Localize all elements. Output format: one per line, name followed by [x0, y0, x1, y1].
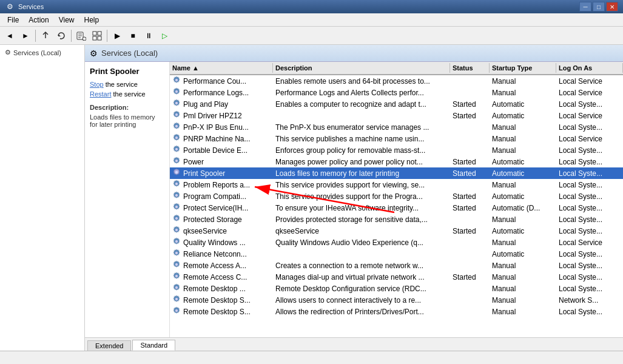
menu-action[interactable]: Action: [24, 15, 53, 25]
menu-view[interactable]: View: [54, 15, 79, 25]
table-row[interactable]: Remote Desktop S... Allows the redirecti…: [170, 306, 623, 317]
table-row[interactable]: Portable Device E... Enforces group poli…: [170, 144, 623, 156]
service-description: [273, 115, 450, 116]
menu-help[interactable]: Help: [79, 15, 104, 25]
menu-bar: File Action View Help: [0, 13, 623, 27]
service-name: Remote Access C...: [170, 271, 273, 283]
service-startup-type: Manual: [490, 215, 556, 224]
service-name: Performance Cou...: [170, 75, 273, 87]
restart-link[interactable]: Restart: [90, 90, 111, 98]
col-header-status[interactable]: Status: [450, 63, 490, 73]
table-row[interactable]: PNRP Machine Na... This service publishe…: [170, 133, 623, 144]
table-row[interactable]: PnP-X IP Bus Enu... The PnP-X bus enumer…: [170, 121, 623, 133]
up-button[interactable]: [38, 29, 53, 43]
col-header-startup[interactable]: Startup Type: [490, 63, 556, 73]
service-description: Creates a connection to a remote network…: [273, 261, 450, 271]
service-status: Started: [450, 169, 490, 178]
table-row[interactable]: Protected Storage Provides protected sto…: [170, 214, 623, 225]
service-status: Started: [450, 111, 490, 121]
table-row[interactable]: Protect Service(IH... To ensure your IHe…: [170, 202, 623, 214]
restart-service-action: Restart the service: [90, 90, 164, 98]
service-icon: [172, 133, 181, 144]
properties-button[interactable]: i: [74, 29, 89, 43]
svg-point-14: [175, 90, 178, 93]
table-row[interactable]: Print Spooler Loads files to memory for …: [170, 167, 623, 179]
close-button[interactable]: ✕: [606, 2, 618, 12]
table-row[interactable]: qkseeService qkseeService Started Automa…: [170, 225, 623, 237]
service-icon: [172, 87, 181, 98]
svg-point-38: [175, 229, 178, 231]
table-row[interactable]: Reliance Netconn... Automatic Local Syst…: [170, 248, 623, 260]
service-description: Performance Logs and Alerts Collects per…: [273, 88, 450, 98]
table-row[interactable]: Performance Cou... Enables remote users …: [170, 75, 623, 87]
table-row[interactable]: Remote Desktop S... Allows users to conn…: [170, 294, 623, 306]
svg-point-44: [175, 263, 178, 266]
restart-text: the service: [111, 90, 145, 98]
stop-text: the service: [104, 81, 138, 88]
col-header-name[interactable]: Name ▲: [170, 63, 273, 73]
expand-button[interactable]: [90, 29, 104, 43]
start-service-button[interactable]: ▶: [110, 29, 124, 43]
service-description: Provides protected storage for sensitive…: [273, 215, 450, 224]
table-row[interactable]: Power Manages power policy and power pol…: [170, 156, 623, 167]
table-row[interactable]: Pml Driver HPZ12 Started Automatic Local…: [170, 110, 623, 121]
minimize-button[interactable]: ─: [579, 2, 591, 12]
back-button[interactable]: ◄: [2, 29, 17, 43]
service-name: Print Spooler: [170, 167, 273, 179]
service-description: Manages power policy and power policy no…: [273, 157, 450, 167]
service-logon-as: Local Service: [556, 88, 623, 98]
service-logon-as: Local Syste...: [556, 215, 623, 224]
service-logon-as: Local Syste...: [556, 261, 623, 271]
stop-link[interactable]: Stop: [90, 81, 104, 88]
service-logon-as: Local Syste...: [556, 146, 623, 155]
service-status: Started: [450, 272, 490, 282]
table-row[interactable]: Problem Reports a... This service provid…: [170, 179, 623, 190]
service-startup-type: Manual: [490, 146, 556, 155]
table-row[interactable]: Remote Access C... Manages dial-up and v…: [170, 271, 623, 283]
title-bar-icon: ⚙: [5, 2, 15, 12]
left-panel-label: Services (Local): [13, 49, 61, 56]
table-row[interactable]: Performance Logs... Performance Logs and…: [170, 87, 623, 98]
service-startup-type: Manual: [490, 238, 556, 248]
service-description: Allows the redirection of Printers/Drive…: [273, 307, 450, 317]
svg-point-24: [175, 148, 178, 150]
service-status: [450, 184, 490, 186]
table-row[interactable]: Quality Windows ... Quality Windows Audi…: [170, 237, 623, 248]
resume-service-button[interactable]: ▷: [157, 29, 172, 43]
title-bar: ⚙ Services ─ □ ✕: [0, 0, 623, 13]
svg-point-16: [175, 102, 178, 104]
tab-standard[interactable]: Standard: [132, 340, 175, 351]
table-row[interactable]: Remote Desktop ... Remote Desktop Config…: [170, 283, 623, 294]
service-startup-type: Automatic: [490, 192, 556, 201]
maximize-button[interactable]: □: [593, 2, 605, 12]
col-header-description[interactable]: Description: [273, 63, 450, 73]
service-description: This service provides support for the Pr…: [273, 192, 450, 201]
service-name: qkseeService: [170, 225, 273, 237]
service-name: Remote Desktop S...: [170, 306, 273, 317]
service-list-body[interactable]: Performance Cou... Enables remote users …: [170, 75, 623, 337]
stop-service-button[interactable]: ■: [126, 29, 140, 43]
service-name: Power: [170, 156, 273, 167]
left-panel-services-local[interactable]: ⚙ Services (Local): [2, 47, 82, 58]
service-description: Enables remote users and 64-bit processe…: [273, 76, 450, 86]
service-startup-type: Manual: [490, 88, 556, 98]
pause-service-button[interactable]: ⏸: [141, 29, 156, 43]
table-row[interactable]: Program Compati... This service provides…: [170, 190, 623, 202]
panel-header: ⚙ Services (Local): [85, 45, 623, 62]
service-startup-type: Manual: [490, 272, 556, 282]
service-status: Started: [450, 192, 490, 201]
service-status: [450, 92, 490, 93]
menu-file[interactable]: File: [2, 15, 24, 25]
service-logon-as: Local Syste...: [556, 169, 623, 178]
tab-extended[interactable]: Extended: [87, 340, 131, 351]
service-status: [450, 300, 490, 301]
col-header-logon[interactable]: Log On As: [556, 63, 623, 73]
table-row[interactable]: Plug and Play Enables a computer to reco…: [170, 98, 623, 110]
refresh-button[interactable]: [54, 29, 69, 43]
forward-button[interactable]: ►: [18, 29, 33, 43]
service-logon-as: Local Syste...: [556, 192, 623, 201]
table-row[interactable]: Remote Access A... Creates a connection …: [170, 260, 623, 271]
svg-point-34: [175, 206, 178, 208]
title-bar-controls: ─ □ ✕: [579, 2, 618, 12]
service-icon: [172, 191, 181, 201]
